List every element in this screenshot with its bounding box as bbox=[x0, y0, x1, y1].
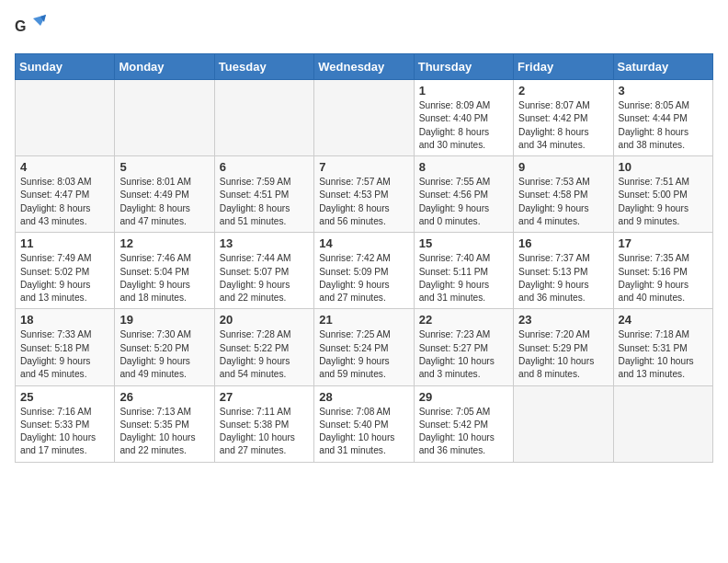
day-number: 13 bbox=[220, 236, 309, 250]
day-number: 10 bbox=[619, 160, 708, 174]
day-content: Sunrise: 7:49 AM Sunset: 5:02 PM Dayligh… bbox=[20, 252, 109, 304]
day-content: Sunrise: 7:18 AM Sunset: 5:31 PM Dayligh… bbox=[619, 328, 708, 381]
col-header-saturday: Saturday bbox=[613, 54, 712, 80]
day-content: Sunrise: 7:35 AM Sunset: 5:16 PM Dayligh… bbox=[619, 252, 708, 304]
day-number: 3 bbox=[619, 84, 708, 98]
calendar-cell: 24Sunrise: 7:18 AM Sunset: 5:31 PM Dayli… bbox=[613, 309, 712, 385]
calendar-cell: 12Sunrise: 7:46 AM Sunset: 5:04 PM Dayli… bbox=[115, 233, 214, 309]
day-content: Sunrise: 7:33 AM Sunset: 5:18 PM Dayligh… bbox=[20, 328, 109, 381]
day-number: 22 bbox=[419, 313, 508, 327]
day-number: 9 bbox=[518, 160, 608, 174]
page-header: G bbox=[15, 15, 713, 42]
col-header-wednesday: Wednesday bbox=[314, 54, 414, 80]
svg-text:G: G bbox=[15, 18, 26, 34]
day-content: Sunrise: 7:42 AM Sunset: 5:09 PM Dayligh… bbox=[319, 252, 408, 304]
calendar-cell: 17Sunrise: 7:35 AM Sunset: 5:16 PM Dayli… bbox=[613, 233, 712, 309]
calendar-cell: 14Sunrise: 7:42 AM Sunset: 5:09 PM Dayli… bbox=[314, 233, 414, 309]
day-number: 24 bbox=[619, 313, 708, 327]
calendar-cell: 15Sunrise: 7:40 AM Sunset: 5:11 PM Dayli… bbox=[414, 233, 513, 309]
calendar-cell: 1Sunrise: 8:09 AM Sunset: 4:40 PM Daylig… bbox=[414, 80, 513, 156]
calendar-cell: 10Sunrise: 7:51 AM Sunset: 5:00 PM Dayli… bbox=[613, 156, 712, 233]
calendar-cell bbox=[115, 80, 214, 156]
calendar-body: 1Sunrise: 8:09 AM Sunset: 4:40 PM Daylig… bbox=[16, 80, 713, 463]
calendar-cell: 22Sunrise: 7:23 AM Sunset: 5:27 PM Dayli… bbox=[414, 309, 513, 385]
calendar-cell bbox=[314, 80, 414, 156]
day-content: Sunrise: 7:08 AM Sunset: 5:40 PM Dayligh… bbox=[319, 406, 408, 458]
col-header-sunday: Sunday bbox=[16, 54, 115, 80]
logo: G bbox=[15, 15, 50, 42]
day-content: Sunrise: 7:25 AM Sunset: 5:24 PM Dayligh… bbox=[319, 328, 408, 381]
calendar-cell: 4Sunrise: 8:03 AM Sunset: 4:47 PM Daylig… bbox=[16, 156, 115, 233]
day-content: Sunrise: 7:05 AM Sunset: 5:42 PM Dayligh… bbox=[419, 406, 508, 458]
day-number: 27 bbox=[220, 390, 309, 404]
day-content: Sunrise: 7:44 AM Sunset: 5:07 PM Dayligh… bbox=[220, 252, 309, 304]
calendar-cell bbox=[16, 80, 115, 156]
calendar-cell: 23Sunrise: 7:20 AM Sunset: 5:29 PM Dayli… bbox=[514, 309, 613, 385]
col-header-friday: Friday bbox=[514, 54, 613, 80]
day-content: Sunrise: 7:11 AM Sunset: 5:38 PM Dayligh… bbox=[220, 406, 309, 458]
calendar-cell: 6Sunrise: 7:59 AM Sunset: 4:51 PM Daylig… bbox=[214, 156, 313, 233]
day-content: Sunrise: 8:01 AM Sunset: 4:49 PM Dayligh… bbox=[119, 176, 209, 228]
calendar-cell bbox=[613, 385, 712, 462]
day-content: Sunrise: 8:05 AM Sunset: 4:44 PM Dayligh… bbox=[619, 99, 708, 152]
day-content: Sunrise: 7:57 AM Sunset: 4:53 PM Dayligh… bbox=[319, 176, 408, 228]
day-number: 16 bbox=[518, 236, 608, 250]
calendar-cell: 9Sunrise: 7:53 AM Sunset: 4:58 PM Daylig… bbox=[514, 156, 613, 233]
day-content: Sunrise: 7:51 AM Sunset: 5:00 PM Dayligh… bbox=[619, 176, 708, 228]
day-content: Sunrise: 7:55 AM Sunset: 4:56 PM Dayligh… bbox=[419, 176, 508, 228]
day-number: 15 bbox=[419, 236, 508, 250]
col-header-tuesday: Tuesday bbox=[214, 54, 313, 80]
calendar-cell: 29Sunrise: 7:05 AM Sunset: 5:42 PM Dayli… bbox=[414, 385, 513, 462]
day-content: Sunrise: 8:09 AM Sunset: 4:40 PM Dayligh… bbox=[419, 99, 508, 152]
calendar-header: SundayMondayTuesdayWednesdayThursdayFrid… bbox=[16, 54, 713, 80]
day-number: 18 bbox=[20, 313, 109, 327]
calendar-cell: 18Sunrise: 7:33 AM Sunset: 5:18 PM Dayli… bbox=[16, 309, 115, 385]
calendar-cell: 3Sunrise: 8:05 AM Sunset: 4:44 PM Daylig… bbox=[613, 80, 712, 156]
calendar-cell bbox=[214, 80, 313, 156]
calendar-cell: 26Sunrise: 7:13 AM Sunset: 5:35 PM Dayli… bbox=[115, 385, 214, 462]
day-number: 29 bbox=[419, 390, 508, 404]
day-number: 17 bbox=[619, 236, 708, 250]
day-content: Sunrise: 7:30 AM Sunset: 5:20 PM Dayligh… bbox=[119, 328, 209, 381]
day-content: Sunrise: 7:16 AM Sunset: 5:33 PM Dayligh… bbox=[20, 406, 109, 458]
calendar-cell: 28Sunrise: 7:08 AM Sunset: 5:40 PM Dayli… bbox=[314, 385, 414, 462]
day-number: 14 bbox=[319, 236, 408, 250]
calendar-cell bbox=[514, 385, 613, 462]
day-number: 7 bbox=[319, 160, 408, 174]
day-number: 8 bbox=[419, 160, 508, 174]
day-content: Sunrise: 7:23 AM Sunset: 5:27 PM Dayligh… bbox=[419, 328, 508, 381]
day-content: Sunrise: 7:13 AM Sunset: 5:35 PM Dayligh… bbox=[119, 406, 209, 458]
calendar-cell: 11Sunrise: 7:49 AM Sunset: 5:02 PM Dayli… bbox=[16, 233, 115, 309]
day-content: Sunrise: 7:28 AM Sunset: 5:22 PM Dayligh… bbox=[220, 328, 309, 381]
calendar-cell: 13Sunrise: 7:44 AM Sunset: 5:07 PM Dayli… bbox=[214, 233, 313, 309]
day-content: Sunrise: 7:59 AM Sunset: 4:51 PM Dayligh… bbox=[220, 176, 309, 228]
calendar-cell: 8Sunrise: 7:55 AM Sunset: 4:56 PM Daylig… bbox=[414, 156, 513, 233]
day-content: Sunrise: 7:46 AM Sunset: 5:04 PM Dayligh… bbox=[119, 252, 209, 304]
calendar-cell: 20Sunrise: 7:28 AM Sunset: 5:22 PM Dayli… bbox=[214, 309, 313, 385]
logo-icon: G bbox=[15, 15, 46, 42]
calendar-cell: 2Sunrise: 8:07 AM Sunset: 4:42 PM Daylig… bbox=[514, 80, 613, 156]
day-number: 26 bbox=[119, 390, 209, 404]
calendar-cell: 27Sunrise: 7:11 AM Sunset: 5:38 PM Dayli… bbox=[214, 385, 313, 462]
day-number: 6 bbox=[220, 160, 309, 174]
calendar-cell: 19Sunrise: 7:30 AM Sunset: 5:20 PM Dayli… bbox=[115, 309, 214, 385]
col-header-thursday: Thursday bbox=[414, 54, 513, 80]
calendar-cell: 5Sunrise: 8:01 AM Sunset: 4:49 PM Daylig… bbox=[115, 156, 214, 233]
day-number: 1 bbox=[419, 84, 508, 98]
day-content: Sunrise: 7:20 AM Sunset: 5:29 PM Dayligh… bbox=[518, 328, 608, 381]
day-content: Sunrise: 7:53 AM Sunset: 4:58 PM Dayligh… bbox=[518, 176, 608, 228]
day-number: 2 bbox=[518, 84, 608, 98]
day-content: Sunrise: 7:40 AM Sunset: 5:11 PM Dayligh… bbox=[419, 252, 508, 304]
day-number: 11 bbox=[20, 236, 109, 250]
day-content: Sunrise: 7:37 AM Sunset: 5:13 PM Dayligh… bbox=[518, 252, 608, 304]
day-number: 20 bbox=[220, 313, 309, 327]
day-number: 25 bbox=[20, 390, 109, 404]
day-number: 21 bbox=[319, 313, 408, 327]
col-header-monday: Monday bbox=[115, 54, 214, 80]
calendar-cell: 7Sunrise: 7:57 AM Sunset: 4:53 PM Daylig… bbox=[314, 156, 414, 233]
day-number: 5 bbox=[119, 160, 209, 174]
day-number: 28 bbox=[319, 390, 408, 404]
calendar-table: SundayMondayTuesdayWednesdayThursdayFrid… bbox=[15, 53, 713, 463]
calendar-cell: 16Sunrise: 7:37 AM Sunset: 5:13 PM Dayli… bbox=[514, 233, 613, 309]
day-number: 12 bbox=[119, 236, 209, 250]
